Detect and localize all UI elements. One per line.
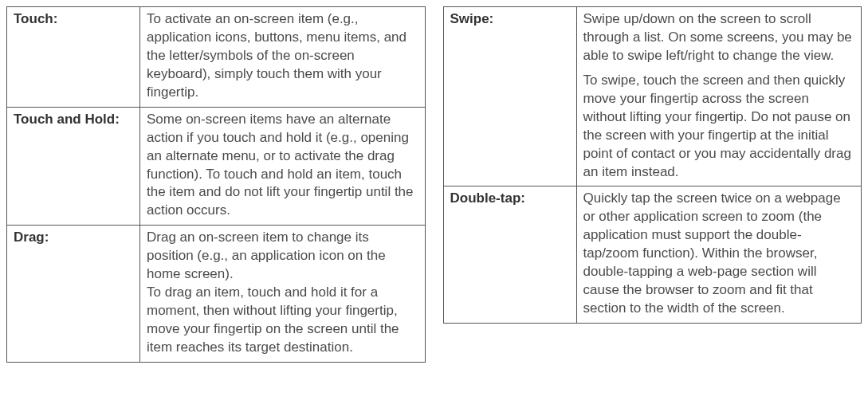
para: Swipe up/down on the screen to scroll th… [583,10,855,65]
table-row: Swipe: Swipe up/down on the screen to sc… [443,7,862,186]
para: Quickly tap the screen twice on a webpag… [583,190,855,318]
two-column-layout: Touch: To activate an on-screen item (e.… [6,6,862,363]
gesture-description: Swipe up/down on the screen to scroll th… [576,7,862,186]
gesture-label: Swipe: [443,7,576,186]
gesture-label: Drag: [7,226,140,363]
gesture-label: Double-tap: [443,186,576,324]
gesture-table-left: Touch: To activate an on-screen item (e.… [6,6,426,363]
para: Drag an on-screen item to change its pos… [147,229,418,357]
gesture-label: Touch: [7,7,140,108]
table-row: Drag: Drag an on-screen item to change i… [7,226,426,363]
gesture-table-right: Swipe: Swipe up/down on the screen to sc… [443,6,862,324]
gesture-description: To activate an on-screen item (e.g., app… [140,7,426,108]
para: Some on-screen items have an alternate a… [147,111,418,221]
para: To swipe, touch the screen and then quic… [583,72,855,182]
gesture-description: Drag an on-screen item to change its pos… [140,226,426,363]
gesture-description: Quickly tap the screen twice on a webpag… [576,186,862,324]
table-row: Double-tap: Quickly tap the screen twice… [443,186,862,324]
gesture-label: Touch and Hold: [7,107,140,226]
right-column: Swipe: Swipe up/down on the screen to sc… [443,6,862,363]
gesture-description: Some on-screen items have an alternate a… [140,107,426,226]
table-row: Touch: To activate an on-screen item (e.… [7,7,426,108]
para: To activate an on-screen item (e.g., app… [147,10,418,102]
table-row: Touch and Hold: Some on-screen items hav… [7,107,426,226]
left-column: Touch: To activate an on-screen item (e.… [6,6,426,363]
